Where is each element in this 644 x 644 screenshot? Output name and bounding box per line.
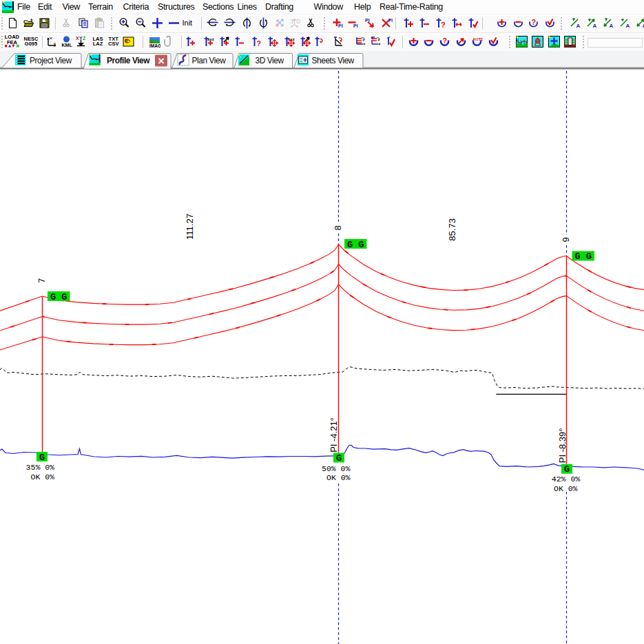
svg-text:G: G [336, 453, 342, 464]
svg-text:v: v [50, 36, 52, 40]
svg-text:OK 0%: OK 0% [31, 472, 55, 481]
svg-text:35% 0%: 35% 0% [26, 463, 55, 472]
svg-text:8: 8 [333, 225, 343, 230]
svg-text:G G: G G [347, 240, 364, 250]
svg-text:G G: G G [50, 292, 67, 302]
svg-text:50% 0%: 50% 0% [322, 464, 351, 473]
svg-text:PI -4.21°: PI -4.21° [329, 417, 339, 453]
svg-text:G: G [39, 453, 45, 463]
svg-text:Sheets View: Sheets View [312, 56, 355, 65]
svg-text:Profile View: Profile View [107, 56, 150, 65]
svg-text:OK 0%: OK 0% [554, 484, 578, 493]
svg-text:KML: KML [61, 43, 72, 48]
svg-text:111.27: 111.27 [185, 214, 195, 240]
svg-text:G G: G G [575, 251, 592, 262]
svg-text:?: ? [442, 37, 446, 45]
svg-text:42% 0%: 42% 0% [552, 475, 581, 484]
svg-text:?: ? [257, 39, 261, 48]
svg-text:x: x [54, 41, 56, 45]
svg-text:7: 7 [37, 278, 47, 283]
svg-text:9: 9 [561, 237, 571, 242]
svg-text:AUTO: AUTO [472, 37, 483, 41]
svg-text:85.73: 85.73 [447, 218, 457, 241]
svg-text:Z: Z [83, 36, 86, 41]
svg-text:PI -8.39°: PI -8.39° [557, 428, 568, 463]
svg-text:Project View: Project View [30, 56, 72, 65]
svg-text:Plan View: Plan View [192, 56, 227, 65]
svg-text:IMAG: IMAG [149, 43, 160, 48]
svg-text:OK 0%: OK 0% [326, 473, 351, 482]
svg-text:3D View: 3D View [256, 56, 284, 65]
svg-text:G: G [564, 464, 570, 475]
